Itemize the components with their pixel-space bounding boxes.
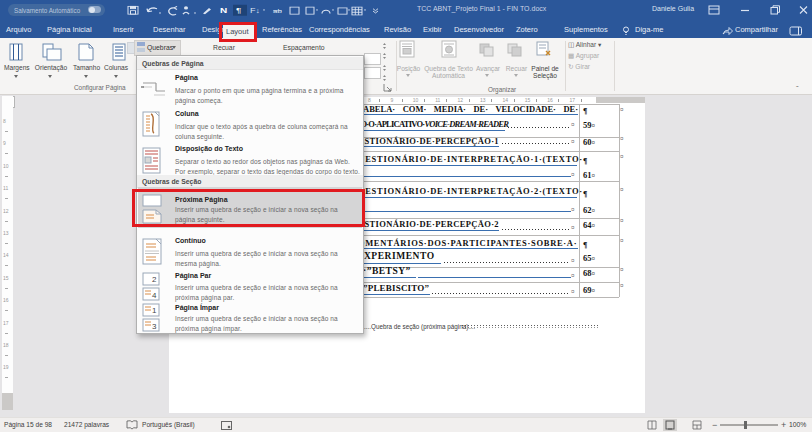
svg-text:N: N: [220, 6, 227, 15]
svg-text:2: 2: [152, 275, 157, 284]
svg-text:1: 1: [152, 306, 157, 315]
svg-text:3: 3: [152, 322, 157, 331]
svg-text:4: 4: [152, 291, 157, 300]
svg-text:ab: ab: [273, 7, 282, 14]
svg-text:¶: ¶: [236, 6, 242, 15]
svg-text:F↓: F↓: [250, 7, 260, 15]
